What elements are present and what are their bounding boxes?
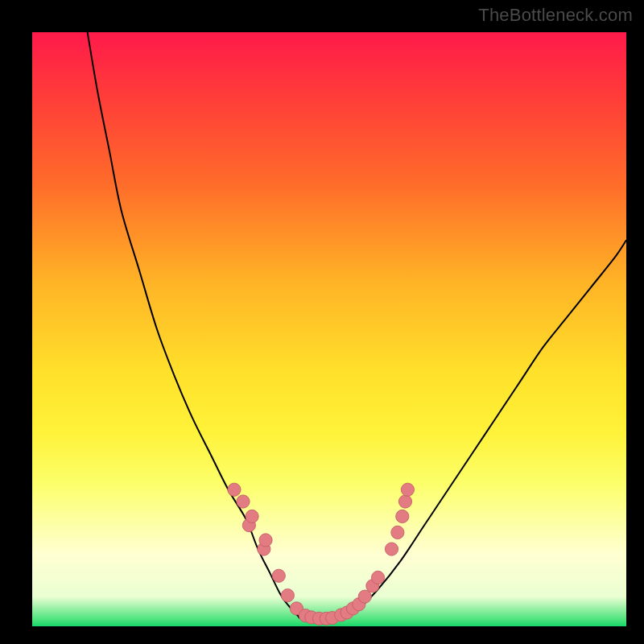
- curve-marker: [371, 571, 384, 584]
- chart-frame: TheBottleneck.com: [0, 0, 644, 644]
- curve-marker: [281, 589, 294, 602]
- curve-marker: [237, 495, 250, 508]
- curve-marker: [391, 526, 404, 539]
- curve-marker: [396, 510, 409, 522]
- curve-marker: [228, 483, 241, 496]
- curve-marker: [259, 534, 272, 547]
- bottleneck-curve: [32, 32, 626, 626]
- curve-path: [88, 32, 626, 620]
- curve-marker: [246, 510, 258, 522]
- plot-area: [32, 32, 626, 626]
- curve-marker: [398, 495, 411, 508]
- curve-marker: [401, 483, 414, 496]
- curve-marker: [272, 569, 285, 582]
- curve-marker: [385, 543, 398, 555]
- watermark-text: TheBottleneck.com: [478, 5, 633, 26]
